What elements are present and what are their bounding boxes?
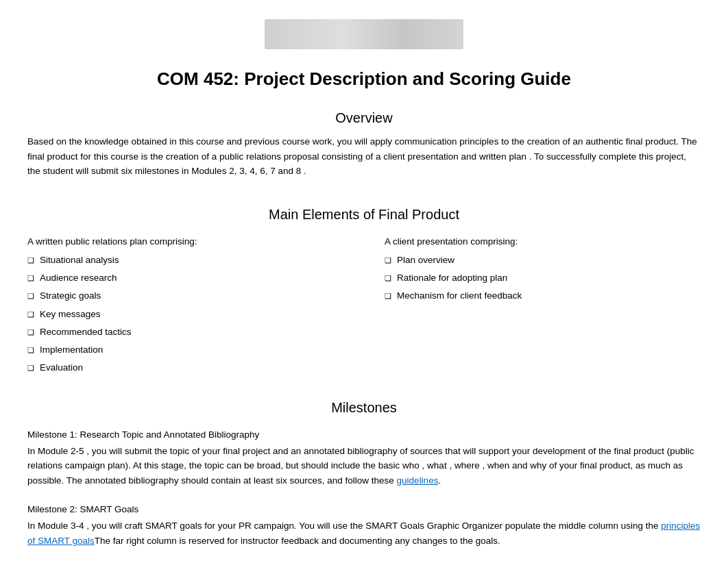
milestones-section: Milestones Milestone 1: Research Topic a… <box>27 400 701 549</box>
milestone-2-heading: Milestone 2: SMART Goals <box>27 504 701 514</box>
list-item: Recommended tactics <box>27 325 343 339</box>
list-item: Strategic goals <box>27 289 343 303</box>
two-columns-layout: A written public relations plan comprisi… <box>27 236 701 379</box>
list-item: Situational analysis <box>27 253 343 267</box>
list-item: Rationale for adopting plan <box>385 271 701 285</box>
overview-paragraph: Based on the knowledge obtained in this … <box>27 134 701 179</box>
milestone-2-block: Milestone 2: SMART Goals In Module 3-4 ,… <box>27 504 701 548</box>
milestone-1-heading: Milestone 1: Research Topic and Annotate… <box>27 429 701 440</box>
list-item: Key messages <box>27 308 343 321</box>
overview-title: Overview <box>27 110 701 126</box>
guidelines-link[interactable]: guidelines <box>397 475 439 486</box>
left-column-header: A written public relations plan comprisi… <box>27 236 343 247</box>
left-column: A written public relations plan comprisi… <box>27 236 357 379</box>
main-elements-section: Main Elements of Final Product A written… <box>27 207 701 379</box>
smart-goals-link[interactable]: principles of SMART goals <box>27 521 700 546</box>
main-elements-title: Main Elements of Final Product <box>27 207 701 223</box>
overview-section: Overview Based on the knowledge obtained… <box>27 110 701 179</box>
right-column: A client presentation comprising: Plan o… <box>357 236 701 379</box>
milestone-2-text: In Module 3-4 , you will craft SMART goa… <box>27 518 701 548</box>
header-logo-area <box>27 14 701 55</box>
list-item: Mechanism for client feedback <box>385 289 701 303</box>
list-item: Evaluation <box>27 361 343 375</box>
right-column-list: Plan overview Rationale for adopting pla… <box>385 253 701 303</box>
list-item: Plan overview <box>385 253 701 267</box>
page-title: COM 452: Project Description and Scoring… <box>27 68 701 90</box>
right-column-header: A client presentation comprising: <box>385 236 701 247</box>
milestones-title: Milestones <box>27 400 701 416</box>
left-column-list: Situational analysis Audience research S… <box>27 253 343 375</box>
list-item: Implementation <box>27 343 343 357</box>
milestone-1-block: Milestone 1: Research Topic and Annotate… <box>27 429 701 488</box>
milestone-1-text: In Module 2-5 , you will submit the topi… <box>27 444 701 488</box>
school-logo <box>265 19 463 49</box>
list-item: Audience research <box>27 271 343 285</box>
